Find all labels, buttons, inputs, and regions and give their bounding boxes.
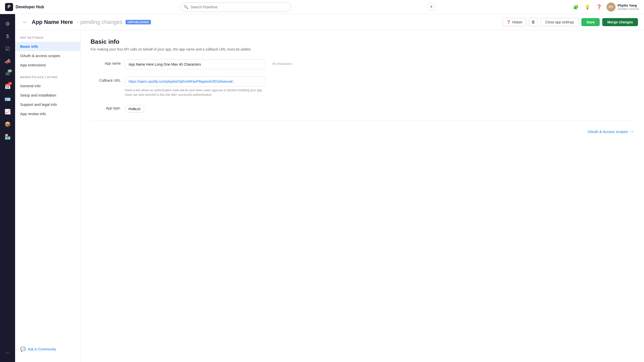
merge-changes-button[interactable]: Merge changes xyxy=(602,18,638,26)
sidebar-bottom: 💬 Ask in Community xyxy=(15,342,80,356)
sidebar-item-dollar[interactable]: $ xyxy=(2,31,13,42)
sidebar-item-oauth[interactable]: OAuth & access scopes xyxy=(15,51,80,60)
user-menu[interactable]: PY Phyllis Yang Sandbox account xyxy=(607,3,639,12)
sidebar-item-mail[interactable]: ✉ 27 xyxy=(2,68,13,79)
add-button[interactable]: + xyxy=(427,3,435,11)
callback-url-label: Callback URL xyxy=(91,76,121,82)
app-name-label: App name xyxy=(91,59,121,65)
avatar: PY xyxy=(607,3,616,12)
ask-community-link[interactable]: 💬 Ask in Community xyxy=(20,346,75,352)
nav-right: 🧩 💡 ❓ PY Phyllis Yang Sandbox account xyxy=(572,3,639,12)
logo-icon: P xyxy=(5,3,13,11)
extensions-icon[interactable]: 🧩 xyxy=(572,3,580,11)
callback-url-row: Callback URL Insert a link where an auth… xyxy=(91,76,634,97)
user-name: Phyllis Yang xyxy=(618,4,639,7)
form-divider xyxy=(91,121,634,121)
unpublished-badge: UNPUBLISHED xyxy=(126,20,151,24)
sidebar-item-campaigns[interactable]: 📣 xyxy=(2,56,13,67)
app-name-input[interactable] xyxy=(125,59,266,69)
content-area: ← App Name Here - pending changes UNPUBL… xyxy=(15,14,644,362)
section-title: Basic info xyxy=(91,38,634,45)
app-type-badge: PUBLIC xyxy=(125,105,144,113)
sidebar-item-setup-installation[interactable]: Setup and installation xyxy=(15,90,80,100)
page-header: ← App Name Here - pending changes UNPUBL… xyxy=(15,14,644,30)
sidebar-item-general-info[interactable]: General info xyxy=(15,81,80,90)
callback-url-input[interactable] xyxy=(125,76,266,86)
app-type-label: App type: xyxy=(91,104,121,110)
search-bar: 🔍 xyxy=(180,3,291,12)
app-settings-label: APP SETTINGS xyxy=(15,36,80,42)
oauth-link[interactable]: OAuth & Access scopes → xyxy=(91,129,634,134)
callback-hint: Insert a link where an authorization cod… xyxy=(125,88,266,97)
oauth-arrow-icon: → xyxy=(629,129,634,134)
close-settings-button[interactable]: Close app settings xyxy=(540,18,579,26)
section-description: For making your first API calls on behal… xyxy=(91,47,634,51)
marketplace-listing-label: MARKETPLACE LISTING xyxy=(15,76,80,81)
brand-name: Developer Hub xyxy=(16,5,44,9)
sidebar-item-support-legal[interactable]: Support and legal info xyxy=(15,100,80,109)
brand-logo[interactable]: P Developer Hub xyxy=(5,3,44,11)
community-icon: 💬 xyxy=(20,346,26,352)
header-actions: ❓ Helper 🗑 Close app settings Save Merge… xyxy=(503,18,638,27)
sidebar-item-more[interactable]: ··· xyxy=(2,347,13,358)
tips-icon[interactable]: 💡 xyxy=(583,3,591,11)
page-subtitle: - pending changes xyxy=(77,19,123,25)
sidebar-item-products[interactable]: 📦 xyxy=(2,119,13,130)
main-content: Basic info For making your first API cal… xyxy=(80,30,644,362)
calendar-badge: 1 xyxy=(8,82,12,85)
mail-badge: 27 xyxy=(8,69,12,72)
help-icon[interactable]: ❓ xyxy=(595,3,603,11)
sidebar-item-contacts[interactable]: 🪪 xyxy=(2,94,13,105)
delete-button[interactable]: 🗑 xyxy=(529,18,538,27)
search-icon: 🔍 xyxy=(184,5,188,9)
sidebar-item-app-review[interactable]: App review info xyxy=(15,109,80,118)
save-button[interactable]: Save xyxy=(581,18,600,26)
sidebar-item-calendar[interactable]: 📅 1 xyxy=(2,81,13,92)
top-nav: P Developer Hub 🔍 + 🧩 💡 ❓ PY Phyllis Yan… xyxy=(0,0,644,14)
sidebar-item-tasks[interactable]: ☑ xyxy=(2,43,13,54)
char-count: 40 characters xyxy=(272,59,292,66)
sidebar-item-basic-info[interactable]: Basic info xyxy=(15,42,80,51)
sidebar-item-reports[interactable]: 📈 xyxy=(2,106,13,117)
app-type-row: App type: PUBLIC xyxy=(91,104,634,113)
sidebar-item-target[interactable]: ⊙ xyxy=(2,18,13,29)
app-name-row: App name 40 characters xyxy=(91,59,634,69)
settings-sidebar: APP SETTINGS Basic info OAuth & access s… xyxy=(15,30,80,362)
search-input[interactable] xyxy=(180,3,291,12)
back-button[interactable]: ← xyxy=(21,18,29,26)
sidebar-item-app-extensions[interactable]: App extensions xyxy=(15,60,80,70)
main-layout: ⊙ $ ☑ 📣 ✉ 27 📅 1 🪪 📈 📦 🏪 xyxy=(0,14,644,362)
inner-layout: APP SETTINGS Basic info OAuth & access s… xyxy=(15,30,644,362)
icon-sidebar: ⊙ $ ☑ 📣 ✉ 27 📅 1 🪪 📈 📦 🏪 xyxy=(0,14,15,362)
helper-button[interactable]: ❓ Helper xyxy=(503,18,526,26)
sidebar-item-marketplace[interactable]: 🏪 xyxy=(2,131,13,142)
page-title: App Name Here xyxy=(32,19,73,25)
user-sub: Sandbox account xyxy=(618,7,639,10)
